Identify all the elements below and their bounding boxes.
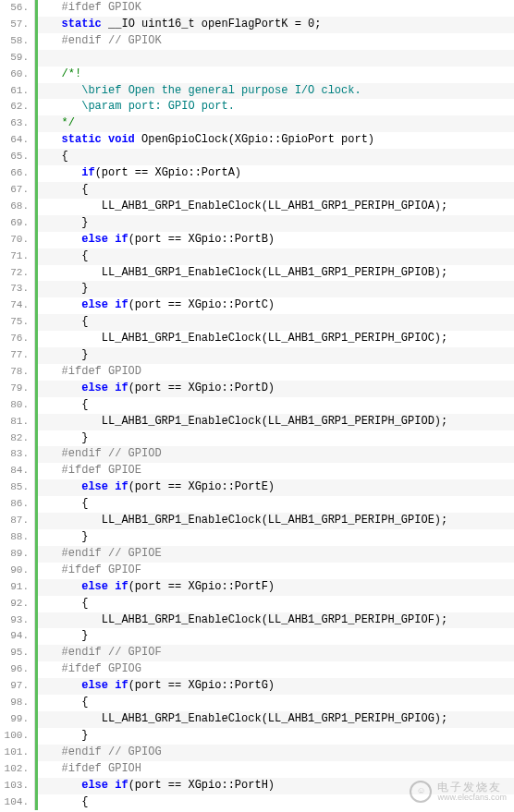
code-line: 102. #ifdef GPIOH bbox=[0, 761, 514, 778]
code-line: 89. #endif // GPIOE bbox=[0, 546, 514, 563]
line-number: 92. bbox=[0, 596, 35, 612]
code-content: } bbox=[38, 628, 514, 645]
code-line: 73. } bbox=[0, 281, 514, 297]
code-line: 77. } bbox=[0, 347, 514, 364]
code-line: 98. { bbox=[0, 695, 514, 711]
code-content: } bbox=[38, 529, 514, 546]
code-line: 59. bbox=[0, 50, 514, 67]
line-number: 71. bbox=[0, 248, 35, 265]
line-number: 73. bbox=[0, 281, 35, 297]
line-number: 101. bbox=[0, 745, 35, 761]
code-line: 101. #endif // GPIOG bbox=[0, 745, 514, 761]
line-number: 100. bbox=[0, 728, 35, 745]
code-line: 71. { bbox=[0, 248, 514, 265]
code-content: } bbox=[38, 728, 514, 745]
code-line: 60. /*! bbox=[0, 67, 514, 83]
code-content: { bbox=[38, 596, 514, 612]
code-content: else if(port == XGpio::PortD) bbox=[38, 381, 514, 397]
code-content: #ifdef GPIOE bbox=[38, 463, 514, 479]
line-number: 98. bbox=[0, 695, 35, 711]
line-number: 94. bbox=[0, 628, 35, 645]
code-content: { bbox=[38, 496, 514, 513]
code-content: #endif // GPIOE bbox=[38, 546, 514, 563]
code-line: 94. } bbox=[0, 628, 514, 645]
code-content: } bbox=[38, 215, 514, 232]
code-content: #endif // GPIOD bbox=[38, 446, 514, 463]
code-line: 83. #endif // GPIOD bbox=[0, 446, 514, 463]
code-content: { bbox=[38, 314, 514, 331]
code-content: static void OpenGpioClock(XGpio::GpioPor… bbox=[38, 132, 514, 149]
code-line: 93. LL_AHB1_GRP1_EnableClock(LL_AHB1_GRP… bbox=[0, 612, 514, 629]
code-content: static __IO uint16_t openFlagPortK = 0; bbox=[38, 17, 514, 33]
code-line: 86. { bbox=[0, 496, 514, 513]
line-number: 103. bbox=[0, 778, 35, 794]
line-number: 64. bbox=[0, 132, 35, 149]
line-number: 88. bbox=[0, 529, 35, 546]
line-number: 67. bbox=[0, 182, 35, 199]
code-content: #ifdef GPIOF bbox=[38, 563, 514, 579]
code-line: 87. LL_AHB1_GRP1_EnableClock(LL_AHB1_GRP… bbox=[0, 513, 514, 529]
line-number: 59. bbox=[0, 50, 35, 67]
code-line: 62. \param port: GPIO port. bbox=[0, 99, 514, 115]
code-line: 92. { bbox=[0, 596, 514, 612]
code-line: 75. { bbox=[0, 314, 514, 331]
line-number: 62. bbox=[0, 99, 35, 115]
code-content: else if(port == XGpio::PortE) bbox=[38, 479, 514, 496]
code-line: 72. LL_AHB1_GRP1_EnableClock(LL_AHB1_GRP… bbox=[0, 265, 514, 282]
line-number: 57. bbox=[0, 17, 35, 33]
code-content: LL_AHB1_GRP1_EnableClock(LL_AHB1_GRP1_PE… bbox=[38, 414, 514, 430]
code-content: else if(port == XGpio::PortF) bbox=[38, 579, 514, 596]
code-content: #ifdef GPIOG bbox=[38, 661, 514, 678]
code-editor: 56. #ifdef GPIOK57. static __IO uint16_t… bbox=[0, 0, 514, 810]
line-number: 83. bbox=[0, 446, 35, 463]
code-content: LL_AHB1_GRP1_EnableClock(LL_AHB1_GRP1_PE… bbox=[38, 612, 514, 629]
line-number: 72. bbox=[0, 265, 35, 282]
code-content: { bbox=[38, 794, 514, 811]
line-number: 69. bbox=[0, 215, 35, 232]
code-line: 96. #ifdef GPIOG bbox=[0, 661, 514, 678]
code-line: 104. { bbox=[0, 794, 514, 811]
line-number: 74. bbox=[0, 297, 35, 314]
line-number: 78. bbox=[0, 364, 35, 381]
code-line: 63. */ bbox=[0, 115, 514, 132]
code-line: 78. #ifdef GPIOD bbox=[0, 364, 514, 381]
line-number: 90. bbox=[0, 563, 35, 579]
code-content: #endif // GPIOF bbox=[38, 645, 514, 661]
code-line: 91. else if(port == XGpio::PortF) bbox=[0, 579, 514, 596]
code-content: } bbox=[38, 347, 514, 364]
code-line: 97. else if(port == XGpio::PortG) bbox=[0, 678, 514, 695]
line-number: 84. bbox=[0, 463, 35, 479]
code-line: 81. LL_AHB1_GRP1_EnableClock(LL_AHB1_GRP… bbox=[0, 414, 514, 430]
code-content: if(port == XGpio::PortA) bbox=[38, 165, 514, 182]
line-number: 76. bbox=[0, 331, 35, 347]
code-line: 84. #ifdef GPIOE bbox=[0, 463, 514, 479]
line-number: 97. bbox=[0, 678, 35, 695]
code-content: { bbox=[38, 182, 514, 199]
code-line: 68. LL_AHB1_GRP1_EnableClock(LL_AHB1_GRP… bbox=[0, 199, 514, 215]
code-line: 61. \brief Open the general purpose I/O … bbox=[0, 83, 514, 100]
line-number: 75. bbox=[0, 314, 35, 331]
line-number: 93. bbox=[0, 612, 35, 629]
line-number: 91. bbox=[0, 579, 35, 596]
line-number: 68. bbox=[0, 199, 35, 215]
code-content: else if(port == XGpio::PortG) bbox=[38, 678, 514, 695]
code-line: 100. } bbox=[0, 728, 514, 745]
code-content: #ifdef GPIOK bbox=[38, 0, 514, 17]
line-number: 61. bbox=[0, 83, 35, 100]
code-line: 85. else if(port == XGpio::PortE) bbox=[0, 479, 514, 496]
line-number: 80. bbox=[0, 397, 35, 414]
code-content: else if(port == XGpio::PortB) bbox=[38, 232, 514, 248]
code-content: { bbox=[38, 248, 514, 265]
code-line: 90. #ifdef GPIOF bbox=[0, 563, 514, 579]
code-content: #ifdef GPIOD bbox=[38, 364, 514, 381]
code-content: else if(port == XGpio::PortH) bbox=[38, 778, 514, 794]
line-number: 102. bbox=[0, 761, 35, 778]
line-number: 85. bbox=[0, 479, 35, 496]
code-content: */ bbox=[38, 115, 514, 132]
line-number: 87. bbox=[0, 513, 35, 529]
code-line: 76. LL_AHB1_GRP1_EnableClock(LL_AHB1_GRP… bbox=[0, 331, 514, 347]
code-content: #endif // GPIOG bbox=[38, 745, 514, 761]
line-number: 56. bbox=[0, 0, 35, 17]
line-number: 70. bbox=[0, 232, 35, 248]
code-line: 58. #endif // GPIOK bbox=[0, 33, 514, 50]
